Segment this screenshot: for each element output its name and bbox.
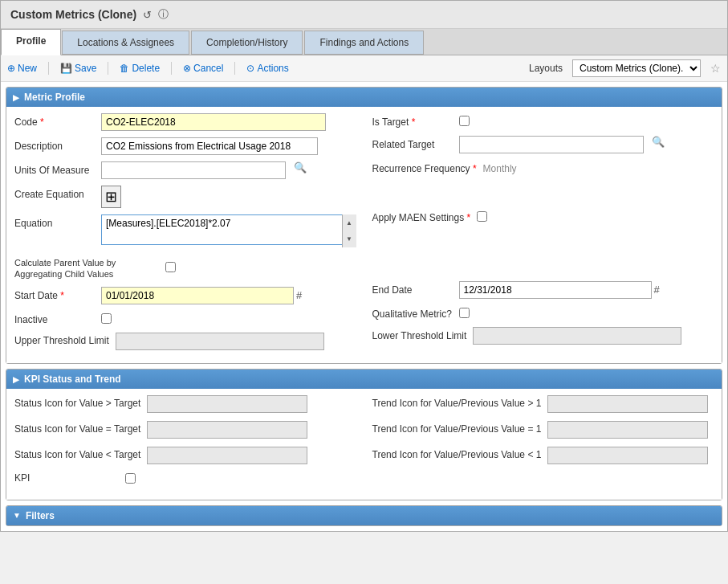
inactive-row: Inactive (14, 311, 356, 327)
toolbar: ⊕ New 💾 Save 🗑 Delete ⊗ Cancel ⊙ Actions… (1, 55, 727, 82)
title-bar: Custom Metrics (Clone) ↺ ⓘ (1, 1, 727, 29)
status-eq-row: Status Icon for Value = Target (14, 421, 356, 439)
delete-button[interactable]: 🗑 Delete (120, 63, 160, 74)
kpi-body: Status Icon for Value > Target Status Ic… (6, 389, 722, 500)
related-target-input[interactable] (459, 136, 644, 153)
layouts-select[interactable]: Custom Metrics (Clone)... (572, 59, 701, 77)
description-input[interactable] (101, 137, 318, 155)
end-date-input[interactable] (459, 281, 652, 299)
main-window: Custom Metrics (Clone) ↺ ⓘ Profile Locat… (0, 0, 728, 532)
tab-findings[interactable]: Findings and Actions (304, 31, 424, 55)
filters-title: Filters (26, 510, 55, 521)
status-eq-input[interactable] (147, 421, 307, 439)
calc-parent-checkbox[interactable] (165, 262, 176, 272)
qualitative-row: Qualitative Metric? (372, 305, 714, 321)
status-gt-input[interactable] (147, 395, 307, 413)
filters-header: ▼ Filters (6, 506, 722, 525)
new-icon: ⊕ (7, 63, 15, 74)
inactive-checkbox[interactable] (101, 313, 112, 324)
code-input[interactable] (101, 113, 326, 131)
separator-4 (234, 62, 235, 75)
tab-completion[interactable]: Completion/History (191, 31, 303, 55)
trend-gt-row: Trend Icon for Value/Previous Value > 1 (372, 395, 714, 413)
qualitative-checkbox[interactable] (459, 308, 470, 318)
trend-gt-label: Trend Icon for Value/Previous Value > 1 (372, 398, 542, 410)
tab-locations[interactable]: Locations & Assignees (62, 31, 189, 55)
description-label: Description (14, 137, 95, 153)
equation-row: Equation [Measures].[ELEC2018]*2.07 ▲ ▼ (14, 214, 356, 247)
tab-bar: Profile Locations & Assignees Completion… (1, 29, 727, 55)
metric-profile-title: Metric Profile (24, 92, 85, 103)
upper-threshold-row: Upper Threshold Limit (14, 333, 356, 350)
info-icon[interactable]: ⓘ (158, 7, 169, 22)
end-date-label: End Date (372, 281, 453, 297)
status-eq-label: Status Icon for Value = Target (14, 423, 140, 436)
undo-icon[interactable]: ↺ (143, 9, 152, 21)
status-gt-label: Status Icon for Value > Target (14, 398, 140, 410)
apply-maen-row: Apply MAEN Settings (372, 209, 714, 225)
kpi-title: KPI Status and Trend (24, 374, 121, 385)
metric-profile-arrow[interactable]: ▶ (13, 93, 19, 102)
new-button[interactable]: ⊕ New (7, 63, 37, 74)
save-button[interactable]: 💾 Save (60, 63, 96, 74)
separator-3 (171, 62, 172, 75)
code-row: Code (14, 113, 356, 131)
status-lt-input[interactable] (147, 447, 307, 464)
window-title: Custom Metrics (Clone) (10, 8, 136, 21)
calc-icon[interactable]: ⊞ (101, 186, 121, 208)
kpi-label: KPI (14, 472, 119, 485)
start-date-input[interactable] (101, 287, 294, 304)
eq-scroll-down[interactable]: ▼ (343, 231, 356, 248)
actions-icon: ⊙ (246, 63, 254, 74)
kpi-arrow[interactable]: ▶ (13, 375, 19, 384)
apply-maen-checkbox[interactable] (477, 211, 487, 222)
equation-textarea[interactable]: [Measures].[ELEC2018]*2.07 (101, 214, 356, 245)
units-search-icon[interactable]: 🔍 (294, 161, 307, 174)
metric-profile-body: Code Description Units Of Measure 🔍 (6, 107, 722, 363)
tab-profile[interactable]: Profile (1, 29, 61, 55)
start-date-wrapper: # (101, 287, 302, 304)
trend-eq-input[interactable] (547, 421, 708, 439)
units-label: Units Of Measure (14, 161, 95, 178)
end-date-calendar-icon[interactable]: # (654, 284, 660, 296)
related-target-row: Related Target 🔍 (372, 136, 714, 153)
create-equation-row: Create Equation ⊞ (14, 186, 356, 208)
star-icon[interactable]: ☆ (710, 62, 721, 75)
qualitative-label: Qualitative Metric? (372, 305, 453, 321)
start-date-calendar-icon[interactable]: # (296, 289, 302, 301)
delete-icon: 🗑 (120, 63, 129, 74)
col-left: Code Description Units Of Measure 🔍 (14, 113, 364, 357)
trend-eq-label: Trend Icon for Value/Previous Value = 1 (372, 423, 542, 436)
cancel-button[interactable]: ⊗ Cancel (183, 63, 223, 74)
kpi-checkbox[interactable] (125, 473, 136, 484)
actions-button[interactable]: ⊙ Actions (246, 63, 288, 74)
trend-gt-input[interactable] (547, 395, 708, 413)
kpi-rows: Status Icon for Value > Target Status Ic… (14, 395, 714, 493)
separator-1 (48, 62, 49, 75)
apply-maen-label: Apply MAEN Settings (372, 209, 471, 225)
save-icon: 💾 (60, 63, 72, 74)
units-input[interactable] (101, 161, 286, 179)
related-target-search-icon[interactable]: 🔍 (652, 136, 665, 148)
status-gt-row: Status Icon for Value > Target (14, 395, 356, 413)
filters-arrow[interactable]: ▼ (13, 511, 21, 520)
metric-profile-rows: Code Description Units Of Measure 🔍 (14, 113, 714, 357)
start-date-label: Start Date (14, 287, 95, 303)
kpi-row: KPI (14, 472, 356, 485)
is-target-checkbox[interactable] (459, 116, 470, 126)
trend-lt-row: Trend Icon for Value/Previous Value < 1 (372, 447, 714, 464)
eq-scroll-up[interactable]: ▲ (343, 214, 356, 231)
start-date-row: Start Date # (14, 287, 356, 304)
equation-scrollbar: ▲ ▼ (342, 214, 356, 247)
related-target-label: Related Target (372, 136, 453, 152)
units-row: Units Of Measure 🔍 (14, 161, 356, 179)
metric-profile-section: ▶ Metric Profile Code Description (6, 87, 722, 364)
kpi-col-right: Trend Icon for Value/Previous Value > 1 … (364, 395, 714, 493)
separator-2 (108, 62, 108, 75)
calc-parent-label: Calculate Parent Value by Aggregating Ch… (14, 254, 159, 280)
upper-threshold-input[interactable] (116, 333, 324, 350)
lower-threshold-input[interactable] (473, 327, 681, 345)
is-target-row: Is Target (372, 113, 714, 129)
trend-lt-input[interactable] (547, 447, 708, 464)
recurrence-value: Monthly (483, 160, 517, 174)
